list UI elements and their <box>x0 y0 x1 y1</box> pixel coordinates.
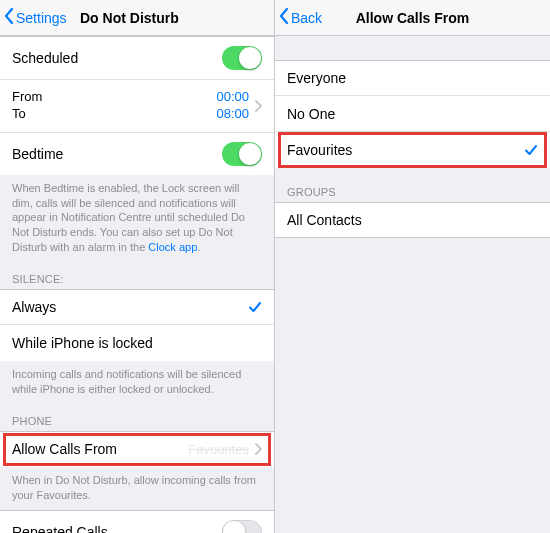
back-button[interactable]: Back <box>275 8 322 27</box>
repeated-calls-switch[interactable] <box>222 520 262 533</box>
groups-header: GROUPS <box>275 168 550 202</box>
option-favourites[interactable]: Favourites <box>275 132 550 168</box>
bedtime-switch[interactable] <box>222 142 262 166</box>
repeated-calls-row[interactable]: Repeated Calls <box>0 510 274 533</box>
allow-calls-screen: Back Allow Calls From Everyone No One Fa… <box>275 0 550 533</box>
silence-footer: Incoming calls and notifications will be… <box>0 361 274 405</box>
option-all-contacts[interactable]: All Contacts <box>275 202 550 238</box>
scheduled-row[interactable]: Scheduled <box>0 36 274 80</box>
scheduled-switch[interactable] <box>222 46 262 70</box>
back-label: Back <box>291 10 322 26</box>
phone-header: PHONE <box>0 405 274 431</box>
chevron-left-icon <box>4 8 14 27</box>
back-label: Settings <box>16 10 67 26</box>
option-label: All Contacts <box>287 212 362 228</box>
allow-calls-value: Favourites <box>188 442 249 457</box>
back-button[interactable]: Settings <box>0 8 67 27</box>
chevron-right-icon <box>255 100 262 112</box>
dnd-settings-screen: Settings Do Not Disturb Scheduled From T… <box>0 0 275 533</box>
while-locked-row[interactable]: While iPhone is locked <box>0 325 274 361</box>
from-time: 00:00 <box>216 89 249 106</box>
option-label: Everyone <box>287 70 346 86</box>
always-label: Always <box>12 299 56 315</box>
allow-footer: When in Do Not Disturb, allow incoming c… <box>0 467 274 511</box>
option-everyone[interactable]: Everyone <box>275 60 550 96</box>
bedtime-footer: When Bedtime is enabled, the Lock screen… <box>0 175 274 263</box>
from-label: From <box>12 89 42 106</box>
check-icon <box>524 143 538 157</box>
silence-header: SILENCE: <box>0 263 274 289</box>
option-label: Favourites <box>287 142 352 158</box>
bedtime-row[interactable]: Bedtime <box>0 133 274 175</box>
nav-bar: Back Allow Calls From <box>275 0 550 36</box>
allow-calls-row[interactable]: Allow Calls From Favourites <box>0 431 274 467</box>
check-icon <box>248 300 262 314</box>
while-locked-label: While iPhone is locked <box>12 335 153 351</box>
option-label: No One <box>287 106 335 122</box>
chevron-right-icon <box>255 443 262 455</box>
chevron-left-icon <box>279 8 289 27</box>
schedule-time-row[interactable]: From To 00:00 08:00 <box>0 80 274 133</box>
scheduled-label: Scheduled <box>12 50 78 66</box>
clock-app-link[interactable]: Clock app <box>148 241 197 253</box>
repeated-calls-label: Repeated Calls <box>12 524 108 533</box>
to-time: 08:00 <box>216 106 249 123</box>
nav-bar: Settings Do Not Disturb <box>0 0 274 36</box>
option-noone[interactable]: No One <box>275 96 550 132</box>
to-label: To <box>12 106 42 123</box>
always-row[interactable]: Always <box>0 289 274 325</box>
allow-calls-label: Allow Calls From <box>12 441 117 457</box>
bedtime-label: Bedtime <box>12 146 63 162</box>
